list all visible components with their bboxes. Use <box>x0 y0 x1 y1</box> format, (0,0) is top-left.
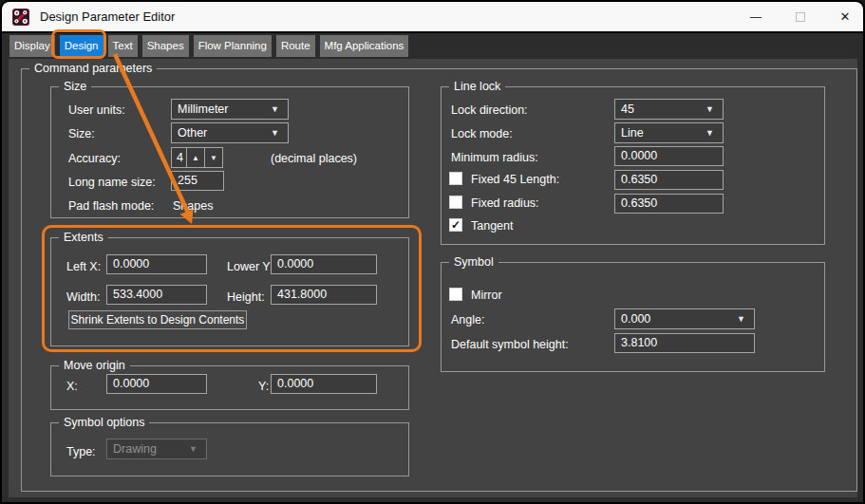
pad-flash-mode-value: Shapes <box>173 199 213 213</box>
angle-value: 0.000 <box>615 312 737 326</box>
accuracy-spinner: 4 ▲ ▼ <box>171 147 223 168</box>
tab-display[interactable]: Display <box>9 35 55 57</box>
height-field[interactable]: 431.8000 <box>271 285 377 305</box>
fixed-45-length-field[interactable]: 0.6350 <box>614 170 724 190</box>
size-dropdown[interactable]: Other ▼ <box>171 122 289 143</box>
user-units-label: User units: <box>68 103 125 117</box>
tangent-label: Tangent <box>471 219 513 233</box>
chevron-down-icon: ▼ <box>705 128 714 138</box>
tab-route[interactable]: Route <box>276 35 315 57</box>
fixed-radius-checkbox[interactable] <box>449 196 462 209</box>
accuracy-value[interactable]: 4 <box>171 147 187 168</box>
lower-y-label: Lower Y: <box>227 260 273 273</box>
mirror-label: Mirror <box>471 289 502 302</box>
move-origin-y-label: Y: <box>258 380 269 393</box>
group-title-symbol-options: Symbol options <box>59 416 149 430</box>
design-parameter-editor-window: Design Parameter Editor — ✕ Display Desi… <box>0 0 865 504</box>
spinner-down-button[interactable]: ▼ <box>204 147 223 168</box>
symbol-type-value: Drawing <box>107 442 189 456</box>
pad-flash-mode-label: Pad flash mode: <box>68 199 154 213</box>
lock-mode-dropdown[interactable]: Line ▼ <box>614 122 724 143</box>
size-value: Other <box>172 126 271 140</box>
group-line-lock: Line lock Lock direction: 45 ▼ Lock mode… <box>441 86 825 245</box>
fixed-45-length-checkbox[interactable] <box>449 172 462 185</box>
minimize-icon: — <box>750 10 762 24</box>
tab-shapes[interactable]: Shapes <box>142 35 189 57</box>
spinner-down-icon: ▼ <box>210 154 217 162</box>
lock-mode-value: Line <box>615 126 705 140</box>
shrink-extents-button[interactable]: Shrink Extents to Design Contents <box>68 310 247 329</box>
mirror-checkbox[interactable] <box>449 288 462 301</box>
lock-direction-dropdown[interactable]: 45 ▼ <box>614 99 724 120</box>
maximize-icon <box>796 12 805 22</box>
group-extents: Extents Left X: 0.0000 Lower Y: 0.0000 W… <box>50 237 409 346</box>
chevron-down-icon: ▼ <box>189 444 197 454</box>
default-symbol-height-label: Default symbol height: <box>451 338 569 351</box>
width-label: Width: <box>66 290 100 304</box>
long-name-size-field[interactable]: 255 <box>171 171 224 191</box>
group-size: Size User units: Millimeter ▼ Size: Othe… <box>50 86 409 218</box>
tab-bar: Display Design Text Shapes Flow Planning… <box>9 35 408 57</box>
fixed-45-length-label: Fixed 45 Length: <box>471 173 559 186</box>
close-button[interactable]: ✕ <box>830 2 860 31</box>
group-move-origin: Move origin X: 0.0000 Y: 0.0000 <box>50 365 409 410</box>
title-bar: Design Parameter Editor — ✕ <box>2 2 863 31</box>
accuracy-hint: (decimal places) <box>271 152 357 165</box>
user-units-dropdown[interactable]: Millimeter ▼ <box>171 99 289 120</box>
lower-y-field[interactable]: 0.0000 <box>271 254 377 274</box>
minimum-radius-label: Minimum radius: <box>451 151 538 164</box>
spinner-up-icon: ▲ <box>192 154 199 162</box>
user-units-value: Millimeter <box>172 103 271 116</box>
close-icon: ✕ <box>840 9 851 24</box>
move-origin-x-field[interactable]: 0.0000 <box>106 374 207 394</box>
symbol-type-label: Type: <box>66 445 96 458</box>
move-origin-x-label: X: <box>66 380 78 393</box>
tab-text[interactable]: Text <box>108 35 138 57</box>
minimize-button[interactable]: — <box>741 2 771 31</box>
left-x-field[interactable]: 0.0000 <box>106 254 207 274</box>
size-label: Size: <box>68 127 95 140</box>
accuracy-label: Accuracy: <box>68 152 121 165</box>
tab-flow-planning[interactable]: Flow Planning <box>194 35 272 57</box>
group-symbol: Symbol Mirror Angle: 0.000 ▼ Default sym… <box>441 262 825 372</box>
minimum-radius-field[interactable]: 0.0000 <box>614 146 724 166</box>
spinner-up-button[interactable]: ▲ <box>186 147 205 168</box>
move-origin-y-field[interactable]: 0.0000 <box>271 374 377 394</box>
angle-label: Angle: <box>451 313 484 327</box>
group-title-command-parameters: Command parameters <box>29 62 157 76</box>
group-title-symbol: Symbol <box>449 255 498 270</box>
group-symbol-options: Symbol options Type: Drawing ▼ <box>50 422 409 476</box>
chevron-down-icon: ▼ <box>737 314 745 324</box>
chevron-down-icon: ▼ <box>271 128 279 138</box>
app-icon <box>11 8 30 27</box>
check-icon: ✓ <box>451 219 461 231</box>
lock-direction-value: 45 <box>615 103 705 116</box>
group-title-line-lock: Line lock <box>449 80 505 94</box>
design-tab-page: Command parameters Size User units: Mill… <box>9 59 857 497</box>
long-name-size-label: Long name size: <box>68 176 156 189</box>
tab-mfg-applications[interactable]: Mfg Applications <box>320 35 409 57</box>
chevron-down-icon: ▼ <box>705 104 714 114</box>
left-x-label: Left X: <box>66 260 101 273</box>
symbol-type-dropdown: Drawing ▼ <box>106 439 207 459</box>
chevron-down-icon: ▼ <box>271 104 279 114</box>
width-field[interactable]: 533.4000 <box>106 285 207 305</box>
group-title-size: Size <box>59 80 91 94</box>
fixed-radius-field[interactable]: 0.6350 <box>614 194 724 214</box>
angle-dropdown[interactable]: 0.000 ▼ <box>614 308 755 329</box>
group-title-extents: Extents <box>59 231 108 245</box>
tangent-checkbox[interactable]: ✓ <box>449 218 462 232</box>
height-label: Height: <box>227 290 265 304</box>
lock-direction-label: Lock direction: <box>451 103 528 117</box>
tab-design[interactable]: Design <box>60 35 103 57</box>
group-title-move-origin: Move origin <box>59 359 130 373</box>
fixed-radius-label: Fixed radius: <box>471 196 539 210</box>
default-symbol-height-field[interactable]: 3.8100 <box>614 333 755 353</box>
maximize-button <box>785 2 816 31</box>
lock-mode-label: Lock mode: <box>451 127 513 140</box>
window-title: Design Parameter Editor <box>40 2 175 31</box>
